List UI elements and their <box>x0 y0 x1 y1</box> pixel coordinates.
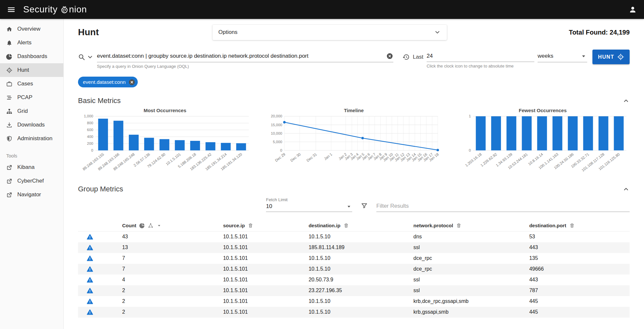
svg-text:0: 0 <box>91 148 93 152</box>
svg-text:10,000: 10,000 <box>271 131 282 135</box>
table-row[interactable]: 410.1.5.10120.50.73.9ssl443 <box>78 275 630 285</box>
timeline-line-chart: Dec 29Dec 30Dec 31Jan 1Jan 2Jan 3Jan 4Ja… <box>267 114 441 176</box>
cell-destination_port: 443 <box>529 242 630 253</box>
sidebar-item-pcap[interactable]: PCAP <box>0 91 63 104</box>
row-actions-cell <box>78 264 122 275</box>
fetch-limit-value: 10 <box>266 203 272 210</box>
table-row[interactable]: 4310.1.5.10110.1.5.10dns53 <box>78 232 630 242</box>
cell-destination_ip: 185.81.114.189 <box>308 242 413 253</box>
options-panel-header[interactable]: Options <box>212 25 447 40</box>
table-row[interactable]: 710.1.5.10110.1.5.10dce_rpc135 <box>78 253 630 264</box>
svg-text:1: 1 <box>469 114 471 118</box>
trash-icon[interactable] <box>248 223 253 228</box>
chart-title: Timeline <box>267 108 441 113</box>
sidebar-tools-nav: KibanaCyberChefNavigator <box>0 160 63 202</box>
svg-text:Jan 1: Jan 1 <box>323 152 333 161</box>
sidebar-item-label: Administration <box>17 135 53 142</box>
query-input[interactable] <box>97 53 384 59</box>
trash-icon[interactable] <box>456 223 462 228</box>
sidebar-item-alerts[interactable]: Alerts <box>0 36 63 50</box>
warning-triangle-icon[interactable] <box>86 277 93 283</box>
column-header-network-protocol: network.protocol <box>413 220 529 232</box>
history-clock-icon[interactable] <box>402 53 410 61</box>
clear-query-icon[interactable] <box>386 52 393 60</box>
table-row[interactable]: 1310.1.5.101185.81.114.189ssl443 <box>78 242 630 253</box>
query-history-chevron-icon[interactable] <box>86 53 94 61</box>
sidebar-item-cyberchef[interactable]: CyberChef <box>0 174 63 188</box>
sidebar-item-navigator[interactable]: Navigator <box>0 188 63 202</box>
trash-icon[interactable] <box>343 223 349 228</box>
briefcase-icon <box>6 81 12 87</box>
external-link-icon <box>6 178 12 184</box>
sidebar-item-dashboards[interactable]: Dashboards <box>0 50 63 63</box>
user-menu-button[interactable] <box>625 2 641 18</box>
cell-count: 2 <box>122 296 223 307</box>
tools-section-label: Tools <box>0 151 63 160</box>
sidebar-item-hunt[interactable]: Hunt <box>0 63 63 77</box>
sidebar-item-kibana[interactable]: Kibana <box>0 160 63 174</box>
svg-text:20,000: 20,000 <box>271 114 282 118</box>
table-row[interactable]: 210.1.5.10110.1.5.10krb,gssapi,smb445 <box>78 307 630 318</box>
main-content: Hunt Options Total Found: 24,199 Specify… <box>64 19 644 329</box>
time-unit-value: weeks <box>538 53 553 59</box>
basic-metrics-header: Basic Metrics <box>78 97 630 105</box>
caret-down-icon <box>580 52 587 60</box>
pie-chart-icon[interactable] <box>139 223 145 228</box>
sidebar-item-grid[interactable]: Grid <box>0 104 63 118</box>
column-header-label: network.protocol <box>413 223 453 228</box>
fetch-limit-select[interactable]: Fetch Limit 10 <box>266 197 352 212</box>
filter-icon <box>361 202 368 209</box>
hunt-button[interactable]: HUNT <box>592 50 630 64</box>
group-metrics-controls: Fetch Limit 10 <box>78 197 630 212</box>
cell-destination_port: 445 <box>529 296 630 307</box>
relative-time-input[interactable] <box>427 53 534 59</box>
cell-source_ip: 10.1.5.101 <box>223 296 308 307</box>
warning-triangle-icon[interactable] <box>86 298 93 305</box>
row-actions-cell <box>78 242 122 253</box>
sidebar-item-label: Cases <box>17 81 33 87</box>
group-metrics-table: Countsource.ipdestination.ipnetwork.prot… <box>78 220 630 318</box>
sidebar-item-downloads[interactable]: Downloads <box>0 118 63 132</box>
table-row[interactable]: 710.1.5.10110.1.5.10dce_rpc49666 <box>78 264 630 275</box>
graph-icon[interactable] <box>148 223 153 228</box>
warning-triangle-icon[interactable] <box>86 309 93 316</box>
sidebar-item-label: Grid <box>17 108 28 114</box>
sidebar-item-overview[interactable]: Overview <box>0 22 63 36</box>
svg-text:Dec 30: Dec 30 <box>290 152 301 163</box>
warning-triangle-icon[interactable] <box>86 255 93 262</box>
cell-destination_port: 445 <box>529 307 630 318</box>
menu-button[interactable] <box>3 2 19 18</box>
menu-icon <box>7 6 15 14</box>
cell-source_ip: 10.1.5.101 <box>223 232 308 242</box>
query-field: Specify a query in Onion Query Language … <box>97 52 393 62</box>
chart-title: Fewest Occurrences <box>456 108 630 113</box>
time-unit-select[interactable]: weeks <box>538 52 587 62</box>
collapse-basic-metrics-icon[interactable] <box>622 97 630 104</box>
sidebar-item-administration[interactable]: Administration <box>0 132 63 145</box>
cell-count: 2 <box>122 285 223 296</box>
remove-filter-icon[interactable] <box>128 79 135 86</box>
cell-destination_ip: 10.1.5.10 <box>308 307 413 318</box>
sidebar-item-label: PCAP <box>17 94 32 101</box>
sidebar-item-cases[interactable]: Cases <box>0 77 63 91</box>
relative-time-field: Click the clock icon to change to absolu… <box>427 52 534 62</box>
cell-count: 4 <box>122 275 223 285</box>
warning-triangle-icon[interactable] <box>86 233 93 240</box>
svg-text:5,000: 5,000 <box>273 140 282 144</box>
cell-destination_port: 787 <box>529 285 630 296</box>
table-row[interactable]: 210.1.5.10123.227.196.35ssl787 <box>78 285 630 296</box>
caret-down-icon[interactable] <box>156 223 162 228</box>
filter-chip[interactable]: event.dataset:conn <box>78 77 138 87</box>
warning-triangle-icon[interactable] <box>86 266 93 273</box>
warning-triangle-icon[interactable] <box>86 287 93 294</box>
filter-results-input[interactable] <box>376 203 630 209</box>
warning-triangle-icon[interactable] <box>86 244 93 251</box>
search-icon[interactable] <box>78 53 85 61</box>
table-row[interactable]: 210.1.5.10110.1.5.10krb,dce_rpc,gssapi,s… <box>78 296 630 307</box>
collapse-group-metrics-icon[interactable] <box>622 186 630 193</box>
options-label: Options <box>218 29 238 36</box>
trash-icon[interactable] <box>569 223 575 228</box>
hunt-button-label: HUNT <box>598 54 614 60</box>
filter-chip-row: event.dataset:conn <box>78 77 630 87</box>
cell-count: 2 <box>122 307 223 318</box>
